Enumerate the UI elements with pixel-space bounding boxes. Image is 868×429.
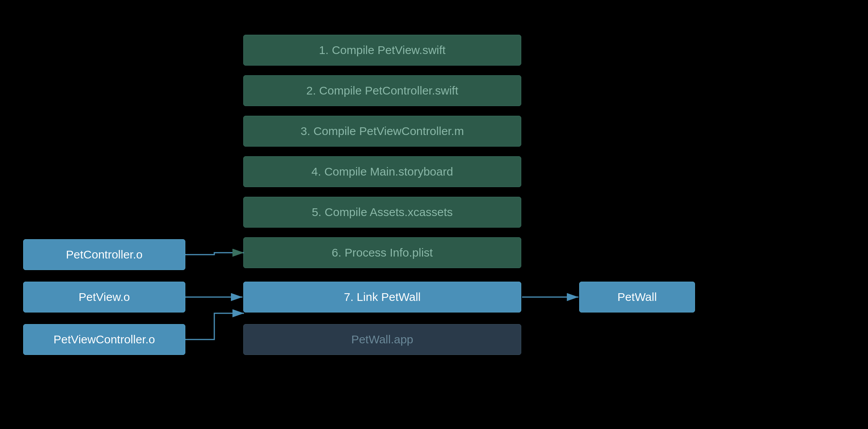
petwall-output-box: PetWall: [579, 282, 695, 312]
petwall-app-box: PetWall.app: [243, 324, 521, 355]
compile-assets-xcassets-box: 5. Compile Assets.xcassets: [243, 197, 521, 228]
petcontroller-to-infoplist-arrow: [185, 253, 244, 255]
link-petwall-box: 7. Link PetWall: [243, 282, 521, 312]
process-info-plist-box: 6. Process Info.plist: [243, 237, 521, 268]
build-diagram: 1. Compile PetView.swift 2. Compile PetC…: [0, 0, 868, 429]
compile-petviewcontroller-m-box: 3. Compile PetViewController.m: [243, 116, 521, 147]
compile-petview-swift-box: 1. Compile PetView.swift: [243, 35, 521, 66]
petviewcontroller-o-box: PetViewController.o: [23, 324, 185, 355]
compile-petcontroller-swift-box: 2. Compile PetController.swift: [243, 75, 521, 106]
petcontroller-o-box: PetController.o: [23, 239, 185, 270]
petview-o-box: PetView.o: [23, 282, 185, 312]
petviewcontroller-to-link-arrow: [185, 313, 244, 339]
compile-main-storyboard-box: 4. Compile Main.storyboard: [243, 156, 521, 187]
